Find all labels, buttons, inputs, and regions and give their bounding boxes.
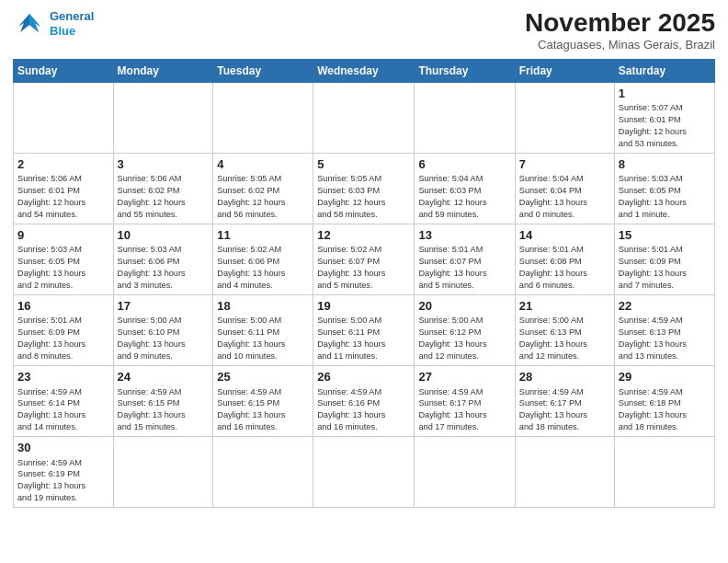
calendar-cell: 27Sunrise: 4:59 AMSunset: 6:17 PMDayligh…: [415, 365, 515, 436]
day-number: 1: [619, 86, 711, 102]
day-info: Sunrise: 4:59 AMSunset: 6:16 PMDaylight:…: [317, 386, 410, 434]
logo: General Blue: [13, 9, 94, 38]
calendar-cell: [313, 82, 415, 153]
day-number: 14: [519, 227, 610, 244]
calendar-cell: 20Sunrise: 5:00 AMSunset: 6:12 PMDayligh…: [415, 294, 515, 365]
header: General Blue November 2025 Cataguases, M…: [13, 9, 715, 52]
day-number: 26: [317, 369, 410, 385]
day-number: 3: [118, 156, 210, 173]
day-number: 15: [619, 227, 711, 244]
day-info: Sunrise: 5:04 AMSunset: 6:03 PMDaylight:…: [418, 173, 510, 221]
col-friday: Friday: [515, 59, 614, 82]
day-number: 16: [17, 298, 109, 315]
day-number: 22: [619, 298, 711, 315]
col-sunday: Sunday: [14, 59, 114, 82]
calendar-cell: [515, 437, 614, 508]
day-info: Sunrise: 5:00 AMSunset: 6:11 PMDaylight:…: [317, 315, 410, 362]
day-info: Sunrise: 5:03 AMSunset: 6:05 PMDaylight:…: [619, 173, 711, 221]
calendar-cell: 11Sunrise: 5:02 AMSunset: 6:06 PMDayligh…: [213, 224, 313, 294]
calendar-cell: 25Sunrise: 4:59 AMSunset: 6:15 PMDayligh…: [213, 365, 313, 436]
calendar-cell: 15Sunrise: 5:01 AMSunset: 6:09 PMDayligh…: [614, 224, 714, 294]
calendar-cell: 24Sunrise: 4:59 AMSunset: 6:15 PMDayligh…: [113, 365, 213, 436]
calendar-cell: [14, 82, 114, 153]
calendar-cell: 8Sunrise: 5:03 AMSunset: 6:05 PMDaylight…: [614, 153, 714, 224]
day-info: Sunrise: 5:07 AMSunset: 6:01 PMDaylight:…: [619, 102, 711, 150]
calendar-cell: 2Sunrise: 5:06 AMSunset: 6:01 PMDaylight…: [14, 153, 114, 224]
calendar-cell: 29Sunrise: 4:59 AMSunset: 6:18 PMDayligh…: [614, 365, 714, 436]
day-info: Sunrise: 5:00 AMSunset: 6:10 PMDaylight:…: [118, 315, 210, 362]
calendar-cell: 6Sunrise: 5:04 AMSunset: 6:03 PMDaylight…: [415, 153, 515, 224]
calendar-cell: [213, 437, 313, 508]
day-number: 19: [317, 298, 410, 315]
calendar-cell: [515, 82, 614, 153]
day-number: 17: [118, 298, 210, 315]
calendar-cell: 7Sunrise: 5:04 AMSunset: 6:04 PMDaylight…: [515, 153, 614, 224]
day-info: Sunrise: 5:06 AMSunset: 6:01 PMDaylight:…: [17, 173, 109, 221]
logo-text: General Blue: [50, 9, 94, 38]
day-number: 4: [217, 156, 309, 173]
month-title: November 2025: [525, 9, 715, 38]
calendar-cell: 14Sunrise: 5:01 AMSunset: 6:08 PMDayligh…: [515, 224, 614, 294]
day-info: Sunrise: 5:00 AMSunset: 6:13 PMDaylight:…: [519, 315, 610, 362]
day-info: Sunrise: 4:59 AMSunset: 6:15 PMDaylight:…: [217, 386, 309, 434]
day-info: Sunrise: 4:59 AMSunset: 6:17 PMDaylight:…: [519, 386, 610, 434]
calendar-cell: 3Sunrise: 5:06 AMSunset: 6:02 PMDaylight…: [113, 153, 213, 224]
day-number: 23: [17, 369, 109, 385]
day-number: 28: [519, 369, 610, 385]
calendar-cell: 10Sunrise: 5:03 AMSunset: 6:06 PMDayligh…: [113, 224, 213, 294]
calendar-cell: 26Sunrise: 4:59 AMSunset: 6:16 PMDayligh…: [313, 365, 415, 436]
day-number: 2: [17, 156, 109, 173]
day-number: 27: [418, 369, 510, 385]
day-number: 6: [418, 156, 510, 173]
day-number: 30: [17, 440, 109, 456]
calendar-cell: 19Sunrise: 5:00 AMSunset: 6:11 PMDayligh…: [313, 294, 415, 365]
day-number: 10: [118, 227, 210, 244]
day-info: Sunrise: 4:59 AMSunset: 6:18 PMDaylight:…: [619, 386, 711, 434]
day-info: Sunrise: 5:04 AMSunset: 6:04 PMDaylight:…: [519, 173, 610, 221]
title-block: November 2025 Cataguases, Minas Gerais, …: [525, 9, 715, 52]
calendar-cell: 23Sunrise: 4:59 AMSunset: 6:14 PMDayligh…: [14, 365, 114, 436]
calendar-cell: 30Sunrise: 4:59 AMSunset: 6:19 PMDayligh…: [14, 437, 114, 508]
day-number: 13: [418, 227, 510, 244]
calendar-cell: 4Sunrise: 5:05 AMSunset: 6:02 PMDaylight…: [213, 153, 313, 224]
day-info: Sunrise: 5:01 AMSunset: 6:07 PMDaylight:…: [418, 244, 510, 292]
calendar-cell: 1Sunrise: 5:07 AMSunset: 6:01 PMDaylight…: [614, 82, 714, 153]
day-info: Sunrise: 4:59 AMSunset: 6:19 PMDaylight:…: [17, 457, 109, 505]
day-info: Sunrise: 5:05 AMSunset: 6:02 PMDaylight:…: [217, 173, 309, 221]
day-number: 11: [217, 227, 309, 244]
col-thursday: Thursday: [415, 59, 515, 82]
day-info: Sunrise: 5:02 AMSunset: 6:06 PMDaylight:…: [217, 244, 309, 292]
calendar: Sunday Monday Tuesday Wednesday Thursday…: [13, 59, 715, 508]
calendar-cell: 17Sunrise: 5:00 AMSunset: 6:10 PMDayligh…: [113, 294, 213, 365]
calendar-cell: [415, 82, 515, 153]
calendar-cell: 12Sunrise: 5:02 AMSunset: 6:07 PMDayligh…: [313, 224, 415, 294]
calendar-cell: 13Sunrise: 5:01 AMSunset: 6:07 PMDayligh…: [415, 224, 515, 294]
day-number: 9: [17, 227, 109, 244]
day-info: Sunrise: 5:03 AMSunset: 6:06 PMDaylight:…: [118, 244, 210, 292]
day-info: Sunrise: 4:59 AMSunset: 6:13 PMDaylight:…: [619, 315, 711, 362]
logo-icon: [13, 10, 46, 38]
col-monday: Monday: [113, 59, 213, 82]
day-info: Sunrise: 4:59 AMSunset: 6:14 PMDaylight:…: [17, 386, 109, 434]
day-number: 18: [217, 298, 309, 315]
col-saturday: Saturday: [614, 59, 714, 82]
day-info: Sunrise: 5:00 AMSunset: 6:11 PMDaylight:…: [217, 315, 309, 362]
day-number: 7: [519, 156, 610, 173]
calendar-cell: [614, 437, 714, 508]
day-number: 12: [317, 227, 410, 244]
location-subtitle: Cataguases, Minas Gerais, Brazil: [525, 38, 715, 52]
day-number: 5: [317, 156, 410, 173]
day-number: 25: [217, 369, 309, 385]
day-info: Sunrise: 4:59 AMSunset: 6:17 PMDaylight:…: [418, 386, 510, 434]
calendar-cell: 9Sunrise: 5:03 AMSunset: 6:05 PMDaylight…: [14, 224, 114, 294]
day-info: Sunrise: 5:01 AMSunset: 6:08 PMDaylight:…: [519, 244, 610, 292]
calendar-cell: 28Sunrise: 4:59 AMSunset: 6:17 PMDayligh…: [515, 365, 614, 436]
page: General Blue November 2025 Cataguases, M…: [0, 0, 728, 563]
day-info: Sunrise: 5:00 AMSunset: 6:12 PMDaylight:…: [418, 315, 510, 362]
calendar-cell: [113, 437, 213, 508]
calendar-cell: [113, 82, 213, 153]
day-info: Sunrise: 5:06 AMSunset: 6:02 PMDaylight:…: [118, 173, 210, 221]
svg-marker-1: [29, 14, 40, 32]
calendar-cell: [415, 437, 515, 508]
calendar-header-row: Sunday Monday Tuesday Wednesday Thursday…: [14, 59, 715, 82]
